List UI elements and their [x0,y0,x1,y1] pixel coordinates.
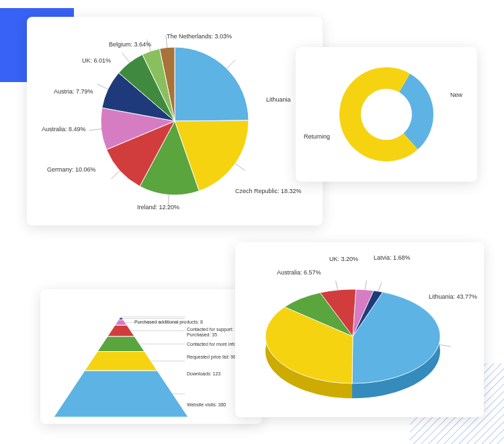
pyramid-label-visits: Website visits: 300 [187,402,226,407]
pie-label-germany: Germany: 10.06% [47,166,96,173]
svg-marker-15 [97,336,144,352]
svg-line-28 [378,283,382,291]
pie-label-czech: Czech Republic: 18.32% [235,188,302,194]
svg-marker-17 [108,325,134,336]
svg-line-2 [226,60,235,69]
svg-line-3 [235,163,245,170]
pie-label-lithuania: Lithuania [266,96,291,103]
pie3d-label-uk: UK: 3.20% [329,256,358,262]
pie3d-countries-chart [235,242,484,417]
donut-user-type-chart [296,47,477,182]
pyramid-label-purchased: Purchased: 35 [187,332,217,337]
pyramid-label-additional: Purchased additional products: 8 [134,320,203,324]
svg-line-26 [335,281,337,290]
pyramid-label-downloads: Downloads: 123 [187,371,220,376]
pyramid-label-pricelist: Requested price list: 98 [187,355,236,359]
pie3d-label-lithuania: Lithuania: 43.77% [429,293,477,300]
svg-line-5 [111,171,120,179]
svg-marker-11 [54,371,188,417]
pyramid-label-support: Contacted for support: 15 [187,327,240,332]
svg-marker-13 [85,352,157,371]
pie3d-label-australia: Australia: 6.57% [277,269,321,276]
pie-label-austria: Austria: 7.79% [54,88,93,95]
pie-label-belgium: Belgium: 3.64% [109,41,151,48]
svg-line-25 [439,344,451,346]
pyramid-chart-card: Website visits: 300 Downloads: 123 Reque… [40,289,262,424]
pie3d-label-latvia: Latvia: 1.68% [374,254,411,261]
pie-label-netherlands: The Netherlands: 3.03% [167,33,232,40]
svg-line-6 [89,129,101,131]
pie3d-chart-card: Lithuania: 43.77% Australia: 6.57% UK: 3… [235,242,484,417]
donut-label-new: New [450,91,462,98]
pie-label-ireland: Ireland: 12.20% [137,204,179,211]
svg-line-8 [122,53,130,63]
donut-chart-card: New Returning [296,47,477,182]
pie-label-australia: Australia: 8.49% [42,126,86,133]
pie-chart-card: Lithuania Czech Republic: 18.32% Ireland… [27,17,323,225]
pie-label-uk: UK: 6.01% [82,57,111,64]
svg-line-7 [97,84,108,89]
svg-line-27 [365,281,366,290]
donut-label-returning: Returning [304,133,330,140]
